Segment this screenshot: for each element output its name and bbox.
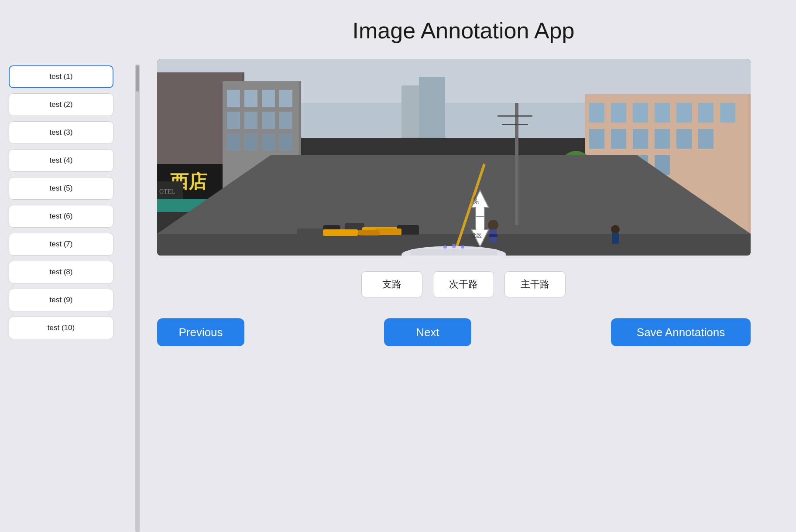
svg-rect-44	[698, 129, 714, 149]
svg-rect-34	[633, 103, 648, 123]
sidebar-item-7[interactable]: test (7)	[9, 233, 113, 256]
svg-point-83	[452, 244, 456, 248]
sidebar-item-4[interactable]: test (4)	[9, 149, 113, 172]
svg-rect-32	[589, 103, 604, 123]
svg-rect-15	[262, 90, 275, 107]
svg-rect-14	[244, 90, 257, 107]
svg-rect-66	[323, 229, 358, 236]
sidebar: test (1)test (2)test (3)test (4)test (5)…	[0, 0, 140, 532]
svg-rect-41	[633, 129, 648, 149]
svg-rect-76	[612, 233, 619, 244]
scrollbar[interactable]	[135, 65, 140, 532]
class-btn-ciqianlu[interactable]: 次干路	[433, 271, 494, 297]
svg-rect-37	[698, 103, 714, 123]
sidebar-item-9[interactable]: test (9)	[9, 289, 113, 311]
svg-rect-40	[611, 129, 626, 149]
svg-text:OTEL: OTEL	[159, 188, 175, 195]
classification-row: 支路 次干路 主干路	[361, 271, 566, 297]
svg-rect-68	[297, 228, 323, 237]
page-title: Image Annotation App	[157, 17, 770, 44]
svg-rect-21	[227, 133, 240, 151]
scrollbar-thumb[interactable]	[136, 65, 139, 92]
svg-rect-13	[227, 90, 240, 107]
svg-rect-39	[589, 129, 604, 149]
class-btn-zhilu[interactable]: 支路	[361, 271, 422, 297]
next-button[interactable]: Next	[384, 318, 471, 346]
svg-rect-43	[676, 129, 692, 149]
svg-rect-81	[410, 249, 498, 256]
svg-text:南: 南	[473, 196, 477, 201]
svg-rect-19	[262, 112, 275, 129]
svg-point-84	[461, 245, 464, 249]
svg-rect-35	[655, 103, 670, 123]
svg-rect-74	[489, 234, 498, 237]
sidebar-item-6[interactable]: test (6)	[9, 205, 113, 228]
svg-rect-16	[279, 90, 292, 107]
svg-rect-22	[244, 133, 257, 151]
svg-rect-20	[279, 112, 292, 129]
svg-rect-3	[419, 77, 445, 138]
previous-button[interactable]: Previous	[157, 318, 244, 346]
main-content: Image Annotation App 西店 OTEL	[140, 0, 796, 532]
svg-rect-23	[262, 133, 275, 151]
svg-rect-71	[358, 230, 380, 235]
svg-point-72	[488, 220, 498, 230]
sidebar-item-5[interactable]: test (5)	[9, 177, 113, 200]
svg-rect-33	[611, 103, 626, 123]
svg-rect-42	[655, 129, 670, 149]
sidebar-item-8[interactable]: test (8)	[9, 261, 113, 283]
sidebar-item-10[interactable]: test (10)	[9, 317, 113, 339]
street-image: 西店 OTEL	[157, 59, 751, 256]
nav-row: Previous Next Save Annotations	[157, 318, 751, 346]
save-button[interactable]: Save Annotations	[611, 318, 751, 346]
svg-rect-77	[515, 103, 518, 225]
svg-rect-24	[279, 133, 292, 151]
svg-rect-18	[244, 112, 257, 129]
image-container: 西店 OTEL	[157, 59, 751, 256]
svg-rect-36	[676, 103, 692, 123]
svg-text:北区: 北区	[471, 232, 482, 239]
svg-point-82	[443, 245, 447, 249]
class-btn-zhugianlu[interactable]: 主干路	[504, 271, 566, 297]
svg-rect-38	[720, 103, 735, 123]
svg-point-75	[611, 225, 620, 234]
sidebar-item-2[interactable]: test (2)	[9, 93, 113, 116]
sidebar-item-3[interactable]: test (3)	[9, 121, 113, 144]
svg-rect-17	[227, 112, 240, 129]
sidebar-item-1[interactable]: test (1)	[9, 65, 113, 88]
